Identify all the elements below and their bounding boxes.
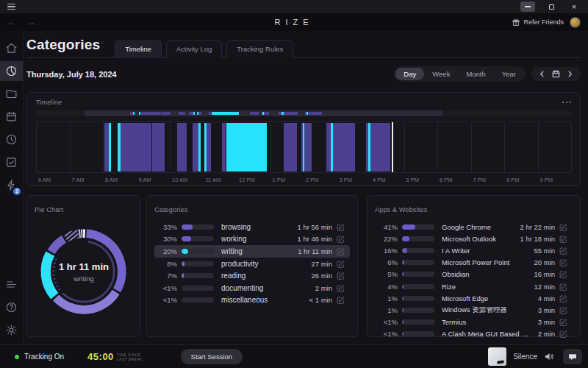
sidebar-item-help[interactable] [0, 297, 23, 317]
app-row[interactable]: 5%Obsidian16 min [375, 269, 573, 280]
media-thumbnail[interactable] [488, 347, 506, 366]
refer-friends-button[interactable]: Refer Friends [512, 18, 564, 26]
row-label: Microsoft Edge [442, 294, 534, 302]
edit-icon[interactable] [337, 284, 345, 292]
category-row[interactable]: 20%writing1 hr 11 min [154, 245, 350, 258]
categories-panel-title: Categories [154, 206, 188, 213]
close-button[interactable]: × [567, 1, 581, 12]
app-row[interactable]: 4%Rize12 min [375, 280, 573, 292]
sidebar-item-history[interactable] [0, 130, 23, 149]
timeline-segment [109, 123, 111, 171]
start-session-button[interactable]: Start Session [181, 349, 243, 364]
avatar[interactable] [570, 17, 581, 28]
edit-icon[interactable] [337, 296, 345, 304]
edit-icon[interactable] [559, 270, 567, 278]
maximize-button[interactable] [545, 1, 558, 12]
edit-icon[interactable] [559, 247, 567, 255]
current-date-label: Thursday, July 18, 2024 [26, 70, 117, 79]
sidebar-item-calendar[interactable] [0, 107, 23, 127]
row-percent: 20% [158, 247, 177, 255]
menu-icon[interactable] [7, 4, 15, 10]
sidebar-item-dashboard[interactable] [0, 61, 23, 81]
minimize-button[interactable] [520, 1, 535, 12]
pie-donut[interactable] [35, 222, 133, 321]
list-icon [5, 278, 18, 291]
edit-icon[interactable] [337, 223, 345, 231]
timeline-segment [333, 123, 354, 171]
range-option-year[interactable]: Year [494, 68, 524, 80]
row-usage-bar [402, 319, 434, 325]
category-row[interactable]: 7%reading26 min [154, 269, 350, 282]
app-row[interactable]: 6%Microsoft Power Point20 min [375, 257, 573, 269]
edit-icon[interactable] [337, 247, 345, 255]
axis-tick-label: 8 PM [506, 177, 520, 183]
sidebar-item-quick-actions[interactable]: 2 [0, 175, 23, 195]
range-option-day[interactable]: Day [395, 68, 424, 80]
app-row[interactable]: 1%Windows 资源管理器3 min [375, 304, 573, 316]
edit-icon[interactable] [337, 260, 345, 268]
edit-icon[interactable] [559, 258, 567, 266]
sidebar-item-home[interactable] [0, 38, 23, 58]
timeline-chart[interactable] [36, 121, 571, 173]
timeline-segment [177, 123, 187, 171]
overview-segment [308, 112, 321, 115]
chevron-right-icon[interactable] [567, 71, 573, 77]
chevron-left-icon[interactable] [539, 71, 545, 77]
category-row[interactable]: <1%miscellaneous< 1 min [154, 294, 350, 307]
edit-icon[interactable] [337, 272, 345, 280]
speaker-icon[interactable] [545, 353, 554, 361]
status-bar: Tracking On 45:00 TIME SINCE LAST BREAK … [0, 344, 588, 368]
row-usage-bar [182, 236, 214, 241]
tab-bar: TimelineActivity LogTracking Rules [115, 40, 293, 57]
app-row[interactable]: <1%A Clash Meta GUI Based On Ta...2 min [375, 328, 573, 340]
range-option-week[interactable]: Week [424, 68, 458, 80]
tracking-status-dot [15, 355, 19, 359]
app-row[interactable]: 16%I A Writer55 min [375, 244, 573, 256]
timeline-axis: 6 AM7 AM8 AM9 AM10 AM11 AM12 PM1 PM2 PM3… [36, 174, 571, 185]
category-row[interactable]: <1%documenting2 min [154, 282, 350, 294]
chat-button[interactable] [563, 349, 582, 364]
edit-icon[interactable] [337, 235, 345, 243]
row-label: working [221, 235, 293, 243]
row-percent: 22% [379, 235, 398, 243]
sidebar-item-list[interactable] [0, 275, 23, 294]
category-row[interactable]: 30%working1 hr 46 min [154, 233, 350, 246]
category-row[interactable]: 33%browsing1 hr 56 min [154, 221, 350, 233]
tab-activity-log[interactable]: Activity Log [166, 40, 223, 58]
categories-list: 33%browsing1 hr 56 min30%working1 hr 46 … [154, 221, 350, 306]
sidebar-item-tasks[interactable] [0, 152, 23, 172]
category-row[interactable]: 8%productivity27 min [154, 258, 350, 270]
timeline-segment [304, 123, 312, 171]
edit-icon[interactable] [559, 318, 567, 326]
edit-icon[interactable] [559, 330, 567, 338]
app-row[interactable]: 22%Microsoft Outlook1 hr 18 min [375, 233, 573, 244]
pie-slice-reading[interactable] [65, 234, 78, 238]
edit-icon[interactable] [559, 235, 567, 243]
hour-gridline [103, 122, 104, 172]
back-arrow-icon[interactable]: ← [7, 18, 16, 26]
pie-panel-title: Pie Chart [35, 206, 63, 213]
app-row[interactable]: <1%Termius3 min [375, 316, 573, 328]
tab-tracking-rules[interactable]: Tracking Rules [226, 40, 293, 58]
row-label: I A Writer [442, 247, 529, 255]
hour-gridline [571, 122, 572, 172]
app-row[interactable]: 1%Microsoft Edge4 min [375, 292, 573, 304]
row-duration: 2 min [315, 284, 332, 292]
pie-slice-productivity[interactable] [51, 239, 64, 252]
tab-timeline[interactable]: Timeline [115, 40, 162, 58]
row-percent: <1% [158, 284, 177, 292]
edit-icon[interactable] [559, 306, 567, 314]
sidebar-item-projects[interactable] [0, 84, 23, 104]
app-row[interactable]: 41%Google Chrome2 hr 22 min [375, 221, 573, 233]
timeline-overview[interactable] [36, 110, 571, 116]
row-label: Google Chrome [442, 223, 515, 231]
edit-icon[interactable] [559, 294, 567, 302]
range-option-month[interactable]: Month [458, 68, 493, 80]
sidebar-item-settings[interactable] [0, 320, 23, 340]
forward-arrow-icon[interactable]: → [26, 18, 35, 26]
edit-icon[interactable] [559, 223, 567, 231]
row-usage-bar [182, 286, 214, 291]
edit-icon[interactable] [559, 283, 567, 291]
calendar-picker-icon[interactable] [552, 70, 560, 78]
panel-menu-icon[interactable] [562, 102, 572, 104]
